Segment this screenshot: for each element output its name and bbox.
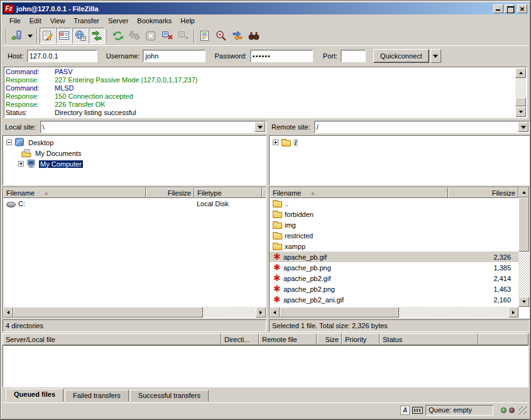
refresh-button[interactable]: [110, 28, 126, 44]
chevron-down-icon: [28, 35, 33, 38]
log-label: Command:: [6, 84, 55, 92]
title-bar[interactable]: Fz john@127.0.0.1 - FileZilla: [3, 3, 528, 14]
toggle-local-tree-button[interactable]: [56, 28, 72, 44]
image-file-icon: [272, 284, 282, 294]
scroll-down-button[interactable]: [515, 107, 526, 117]
menu-view[interactable]: View: [46, 16, 70, 26]
tab-successful-transfers[interactable]: Successful transfers: [130, 390, 209, 402]
queue-column-status[interactable]: Status: [380, 333, 478, 345]
file-row[interactable]: ..: [270, 198, 518, 209]
file-row[interactable]: apache_pb2.png1,463: [270, 284, 518, 294]
file-row[interactable]: xampp: [270, 241, 518, 251]
close-button[interactable]: [517, 4, 527, 13]
toggle-transfer-queue-button[interactable]: [89, 28, 105, 44]
resize-grip[interactable]: [518, 406, 527, 414]
collapse-expander[interactable]: [6, 140, 12, 145]
queue-column-priority[interactable]: Priority: [342, 333, 380, 345]
scroll-up-button[interactable]: [518, 187, 529, 197]
scrollbar-thumb[interactable]: [280, 307, 399, 318]
cancel-button[interactable]: [143, 28, 159, 44]
expand-expander[interactable]: [18, 161, 24, 167]
column-header-filename[interactable]: Filename▲: [3, 187, 146, 198]
remote-vertical-scrollbar[interactable]: [518, 187, 529, 307]
scroll-right-button[interactable]: [508, 307, 518, 318]
queue-column-direction[interactable]: Directi...: [221, 333, 259, 345]
file-row[interactable]: forbidden: [270, 209, 518, 219]
scrollbar-thumb[interactable]: [13, 307, 203, 318]
port-label: Port:: [323, 52, 337, 60]
maximize-button[interactable]: [505, 4, 515, 13]
scroll-up-button[interactable]: [515, 68, 526, 78]
tab-queued-files[interactable]: Queued files: [6, 389, 63, 402]
file-row[interactable]: img: [270, 219, 518, 230]
local-site-dropdown-button[interactable]: [255, 122, 265, 132]
directory-comparison-button[interactable]: [213, 28, 229, 44]
toolbar-separator: [36, 29, 38, 43]
sync-arrows-icon: [231, 30, 244, 42]
host-input[interactable]: [27, 50, 97, 62]
file-row[interactable]: apache_pb2.gif2,414: [270, 273, 518, 284]
file-row[interactable]: C: Local Disk: [3, 198, 266, 209]
scroll-left-button[interactable]: [270, 307, 280, 318]
minimize-button[interactable]: [493, 4, 503, 13]
toggle-remote-tree-button[interactable]: [72, 28, 89, 44]
local-horizontal-scrollbar[interactable]: [3, 307, 266, 318]
tree-item-desktop[interactable]: Desktop: [3, 137, 266, 148]
scrollbar-thumb[interactable]: [515, 97, 526, 106]
tree-item-root[interactable]: /: [270, 137, 529, 148]
synchronized-browsing-button[interactable]: [229, 28, 246, 44]
column-label: Filename: [6, 189, 35, 197]
scroll-left-button[interactable]: [3, 307, 13, 318]
folder-icon: [273, 201, 282, 207]
quickconnect-button[interactable]: Quickconnect: [373, 49, 429, 63]
remote-site-dropdown-button[interactable]: [518, 122, 528, 132]
scrollbar-thumb[interactable]: [518, 197, 529, 251]
username-input[interactable]: [143, 50, 205, 62]
menu-help[interactable]: Help: [176, 16, 199, 26]
tree-item-my-computer[interactable]: My Computer: [3, 158, 266, 169]
quickconnect-dropdown-button[interactable]: [430, 49, 441, 63]
find-files-button[interactable]: [246, 28, 262, 44]
remote-site-combo[interactable]: /: [314, 121, 530, 133]
queue-column-size[interactable]: Size: [317, 333, 342, 345]
disconnect-button[interactable]: [159, 28, 175, 44]
tab-failed-transfers[interactable]: Failed transfers: [65, 390, 129, 402]
filters-button[interactable]: [197, 28, 213, 44]
file-row[interactable]: restricted: [270, 230, 518, 241]
process-queue-button[interactable]: [126, 28, 143, 44]
tree-item-my-documents[interactable]: My Documents: [3, 148, 266, 158]
menu-edit[interactable]: Edit: [25, 16, 46, 26]
column-header-filetype[interactable]: Filetype: [194, 187, 262, 198]
queue-column-remote-file[interactable]: Remote file: [259, 333, 317, 345]
local-site-combo[interactable]: \: [40, 121, 266, 133]
scroll-down-button[interactable]: [518, 297, 529, 307]
toggle-message-log-button[interactable]: [40, 28, 56, 44]
menu-bookmarks[interactable]: Bookmarks: [133, 16, 176, 26]
menu-file[interactable]: File: [5, 16, 25, 26]
site-manager-button[interactable]: [9, 28, 25, 44]
scroll-right-button[interactable]: [256, 307, 266, 318]
site-manager-dropdown-button[interactable]: [25, 28, 35, 44]
menu-transfer[interactable]: Transfer: [69, 16, 104, 26]
log-scrollbar[interactable]: [515, 68, 526, 117]
file-name: apache_pb2.png: [283, 285, 335, 293]
queue-list[interactable]: [3, 345, 528, 387]
app-icon: Fz: [4, 4, 14, 13]
process-queue-icon: [128, 30, 141, 42]
menu-server[interactable]: Server: [104, 16, 133, 26]
window-title: john@127.0.0.1 - FileZilla: [16, 5, 492, 13]
column-header-filename[interactable]: Filename▲: [270, 187, 448, 198]
expand-expander[interactable]: [273, 140, 278, 145]
column-label: Status: [383, 336, 402, 343]
file-row[interactable]: apache_pb.png1,385: [270, 262, 518, 273]
queue-column-server-local-file[interactable]: Server/Local file: [3, 333, 221, 345]
column-header-last-modified[interactable]: L: [262, 187, 266, 198]
password-input[interactable]: [250, 50, 313, 62]
file-row-selected[interactable]: apache_pb.gif2,326: [270, 251, 518, 262]
column-header-filesize[interactable]: Filesize: [146, 187, 194, 198]
port-input[interactable]: [341, 50, 366, 62]
column-header-filesize[interactable]: Filesize: [448, 187, 518, 198]
file-row[interactable]: apache_pb2_ani.gif2,160: [270, 294, 518, 305]
reconnect-button[interactable]: [175, 28, 192, 44]
remote-horizontal-scrollbar[interactable]: [270, 307, 518, 318]
